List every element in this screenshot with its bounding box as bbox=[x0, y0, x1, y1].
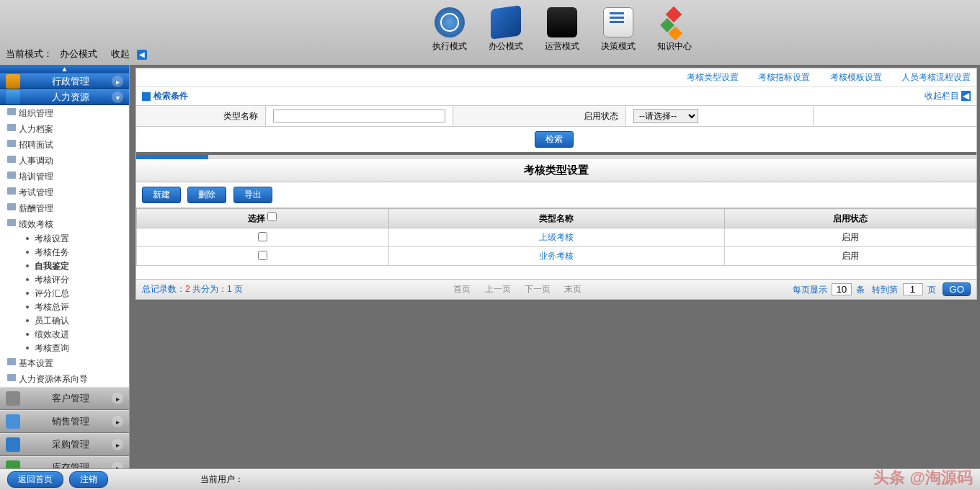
search-header: 检索条件 收起栏目 ◀ bbox=[136, 87, 976, 105]
link-index-settings[interactable]: 考核指标设置 bbox=[758, 72, 810, 82]
section-title: 考核类型设置 bbox=[136, 159, 976, 182]
goto-page-input[interactable] bbox=[903, 283, 923, 295]
admin-icon bbox=[6, 74, 20, 89]
book-icon bbox=[491, 5, 521, 40]
nav-office-mode[interactable]: 办公模式 bbox=[489, 7, 523, 53]
chevron-right-icon: ▸ bbox=[112, 416, 123, 427]
link-type-settings[interactable]: 考核类型设置 bbox=[687, 72, 739, 82]
sales-icon bbox=[6, 414, 20, 429]
search-button[interactable]: 检索 bbox=[535, 131, 574, 148]
pager: 总记录数：2 共分为：1 页 首页 上一页 下一页 末页 每页显示 条 转到第 … bbox=[136, 279, 976, 299]
sidebar-section-customer[interactable]: 客户管理▸ bbox=[0, 387, 129, 410]
per-page-input[interactable] bbox=[832, 283, 852, 295]
tree-emp-confirm[interactable]: 员工确认 bbox=[0, 314, 129, 328]
type-name-label: 类型名称 bbox=[136, 106, 266, 126]
go-button[interactable]: GO bbox=[943, 282, 971, 296]
chevron-right-icon: ▸ bbox=[112, 393, 123, 404]
tree-training[interactable]: 培训管理 bbox=[0, 169, 129, 184]
tree-basic-settings[interactable]: 基本设置 bbox=[0, 355, 129, 371]
customer-icon bbox=[6, 391, 20, 406]
note-icon bbox=[603, 7, 633, 37]
tree-performance[interactable]: 绩效考核 bbox=[0, 216, 129, 232]
pager-prev[interactable]: 上一页 bbox=[485, 284, 511, 294]
tree-scoring[interactable]: 考核评分 bbox=[0, 273, 129, 287]
mode-row: 当前模式： 办公模式 收起 ◀ bbox=[0, 48, 156, 61]
row-name-link[interactable]: 业务考核 bbox=[539, 251, 574, 261]
clock-icon bbox=[435, 7, 465, 37]
top-bar: 执行模式 办公模式 运营模式 决策模式 知识中心 当前模式： 办公模式 收起 ◀ bbox=[0, 0, 980, 65]
watermark: 头条 @淘源码 bbox=[873, 467, 973, 489]
sidebar-scroll-up[interactable]: ▲ bbox=[0, 65, 129, 74]
table-row: 业务考核 启用 bbox=[137, 247, 976, 266]
search-form: 类型名称 启用状态 --请选择-- bbox=[136, 105, 976, 127]
table-row: 上级考核 启用 bbox=[137, 228, 976, 247]
expand-icon[interactable] bbox=[142, 92, 151, 101]
tree-query[interactable]: 考核查询 bbox=[0, 342, 129, 355]
pager-last[interactable]: 末页 bbox=[564, 284, 582, 294]
tree-assess-task[interactable]: 考核任务 bbox=[0, 246, 129, 259]
nav-ops-mode[interactable]: 运营模式 bbox=[545, 7, 579, 53]
nav-knowledge[interactable]: 知识中心 bbox=[657, 7, 692, 53]
sidebar-section-purchase[interactable]: 采购管理▸ bbox=[0, 433, 129, 456]
home-button[interactable]: 返回首页 bbox=[7, 471, 63, 488]
link-process-settings[interactable]: 人员考核流程设置 bbox=[901, 72, 971, 82]
nav-exec-mode[interactable]: 执行模式 bbox=[432, 7, 467, 53]
chip-icon bbox=[547, 7, 577, 37]
type-name-input[interactable] bbox=[273, 110, 445, 122]
tree-score-summary[interactable]: 评分汇总 bbox=[0, 287, 129, 300]
chevron-right-icon: ▸ bbox=[112, 439, 123, 450]
tree-self-eval[interactable]: 自我鉴定 bbox=[0, 259, 129, 273]
current-user-label: 当前用户： bbox=[200, 473, 244, 486]
tree-transfer[interactable]: 人事调动 bbox=[0, 153, 129, 169]
main-content: 考核类型设置 考核指标设置 考核模板设置 人员考核流程设置 检索条件 收起栏目 … bbox=[130, 65, 980, 468]
tree-final-review[interactable]: 考核总评 bbox=[0, 300, 129, 314]
export-button[interactable]: 导出 bbox=[233, 187, 272, 203]
sidebar-section-sales[interactable]: 销售管理▸ bbox=[0, 410, 129, 433]
top-link-row: 考核类型设置 考核指标设置 考核模板设置 人员考核流程设置 bbox=[136, 68, 976, 87]
pager-first[interactable]: 首页 bbox=[453, 284, 471, 294]
chevron-right-icon: ▸ bbox=[112, 76, 123, 87]
row-status: 启用 bbox=[724, 247, 976, 266]
hr-icon bbox=[6, 90, 20, 104]
tree-salary[interactable]: 薪酬管理 bbox=[0, 200, 129, 216]
tree-profile[interactable]: 人力档案 bbox=[0, 121, 129, 137]
tree-org[interactable]: 组织管理 bbox=[0, 105, 129, 121]
progress-strip bbox=[136, 155, 976, 159]
row-status: 启用 bbox=[724, 228, 976, 247]
select-all-checkbox[interactable] bbox=[267, 212, 277, 221]
hr-tree: 组织管理 人力档案 招聘面试 人事调动 培训管理 考试管理 薪酬管理 绩效考核 … bbox=[0, 105, 129, 387]
toolbar: 新建 删除 导出 bbox=[136, 182, 976, 208]
new-button[interactable]: 新建 bbox=[142, 187, 181, 203]
status-select[interactable]: --请选择-- bbox=[633, 109, 698, 123]
row-name-link[interactable]: 上级考核 bbox=[539, 232, 574, 242]
purchase-icon bbox=[6, 437, 20, 452]
delete-button[interactable]: 删除 bbox=[187, 187, 226, 203]
tree-improve[interactable]: 绩效改进 bbox=[0, 328, 129, 342]
top-nav: 执行模式 办公模式 运营模式 决策模式 知识中心 bbox=[432, 7, 692, 53]
nav-decision-mode[interactable]: 决策模式 bbox=[601, 7, 636, 53]
tree-assess-settings[interactable]: 考核设置 bbox=[0, 232, 129, 246]
cubes-icon bbox=[659, 7, 690, 37]
logout-button[interactable]: 注销 bbox=[69, 471, 108, 488]
tree-exam[interactable]: 考试管理 bbox=[0, 184, 129, 200]
row-checkbox[interactable] bbox=[258, 232, 267, 241]
chevron-down-icon: ▾ bbox=[112, 92, 123, 103]
collapse-toggle-icon: ◀ bbox=[137, 50, 147, 60]
data-table: 选择 类型名称 启用状态 上级考核 启用 业务考核 启用 bbox=[136, 208, 976, 266]
current-mode-value: 办公模式 bbox=[60, 48, 97, 59]
link-template-settings[interactable]: 考核模板设置 bbox=[830, 72, 882, 82]
collapse-sidebar[interactable]: 收起 ◀ bbox=[111, 48, 151, 59]
tree-recruit[interactable]: 招聘面试 bbox=[0, 137, 129, 153]
status-label: 启用状态 bbox=[453, 106, 626, 126]
footer: 返回首页 注销 当前用户： 头条 @淘源码 bbox=[0, 468, 980, 490]
sidebar: ▲ 行政管理 ▸ 人力资源 ▾ 组织管理 人力档案 招聘面试 人事调动 培训管理… bbox=[0, 65, 130, 468]
tree-wizard[interactable]: 人力资源体系向导 bbox=[0, 371, 129, 387]
collapse-columns[interactable]: 收起栏目 ◀ bbox=[925, 90, 971, 102]
pager-next[interactable]: 下一页 bbox=[525, 284, 551, 294]
sidebar-section-admin[interactable]: 行政管理 ▸ bbox=[0, 74, 129, 89]
sidebar-section-hr[interactable]: 人力资源 ▾ bbox=[0, 89, 129, 105]
current-mode-label: 当前模式： bbox=[6, 48, 53, 59]
row-checkbox[interactable] bbox=[258, 251, 267, 260]
